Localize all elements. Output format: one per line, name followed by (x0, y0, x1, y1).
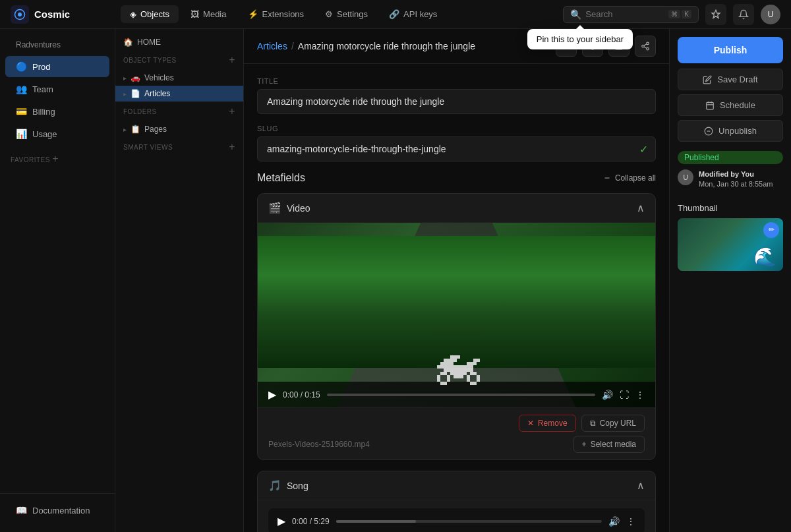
nav-tab-settings[interactable]: ⚙ Settings (316, 5, 377, 23)
objects-icon: ◈ (130, 9, 136, 19)
video-media-card: 🎬 Video ∧ 🏍 ▶ 0:00 (257, 193, 656, 460)
nav-tab-media[interactable]: 🖼 Media (181, 5, 235, 23)
audio-play-button[interactable]: ▶ (278, 515, 285, 527)
sidebar-item-team[interactable]: 👥 Team (5, 78, 109, 100)
video-select-media-button[interactable]: + Select media (573, 436, 645, 453)
left-panel: 🏠 HOME OBJECT TYPES + ▸ 🚗 Vehicles ▸ 📄 A… (115, 29, 244, 532)
editor-body: TITLE SLUG ✓ Metafields (244, 64, 669, 532)
docs-icon: 📖 (16, 505, 27, 516)
panel-item-articles[interactable]: ▸ 📄 Articles (115, 86, 243, 102)
home-icon: 🏠 (123, 38, 133, 47)
title-input[interactable] (257, 89, 656, 114)
pages-emoji-icon: 📋 (131, 125, 140, 134)
svg-point-4 (642, 45, 645, 47)
video-time-display: 0:00 / 0:15 (283, 390, 320, 399)
remove-icon: ✕ (527, 419, 534, 428)
billing-icon: 💳 (16, 106, 27, 117)
slug-field-group: SLUG ✓ (257, 125, 656, 162)
usage-icon: 📊 (16, 129, 27, 139)
search-shortcut: ⌘ K (668, 10, 691, 18)
song-media-card: 🎵 Song ∧ ▶ 0:00 / 5:29 🔊 (257, 471, 656, 532)
logo-icon (11, 5, 29, 24)
audio-time-display: 0:00 / 5:29 (292, 517, 330, 526)
slug-row: ✓ (257, 136, 656, 162)
add-smart-view-button[interactable]: + (229, 141, 235, 153)
audio-volume-button[interactable]: 🔊 (608, 516, 620, 527)
audio-progress-bar[interactable] (336, 520, 602, 523)
song-card-title: 🎵 Song (268, 479, 308, 492)
svg-point-3 (647, 42, 649, 45)
nav-tab-api-keys[interactable]: 🔗 API keys (380, 5, 446, 23)
nav-right: 🔍 ⌘ K U (552, 4, 791, 25)
video-fullscreen-button[interactable]: ⛶ (620, 390, 629, 400)
metafields-header: Metafields Collapse all (257, 172, 656, 184)
slug-input[interactable] (257, 136, 656, 162)
add-folder-button[interactable]: + (229, 105, 235, 117)
video-volume-button[interactable]: 🔊 (602, 390, 613, 400)
slug-label: SLUG (257, 125, 656, 133)
breadcrumb-current: Amazing motorcycle ride through the jung… (298, 41, 475, 51)
vehicles-emoji-icon: 🚗 (131, 73, 140, 82)
breadcrumb: Articles / Amazing motorcycle ride throu… (257, 41, 475, 51)
chevron-right-icon: ▸ (123, 126, 127, 133)
collapse-all-button[interactable]: Collapse all (603, 173, 656, 183)
thumbnail-edit-button[interactable]: ✏ (763, 222, 779, 238)
song-card-header: 🎵 Song ∧ (258, 471, 655, 500)
video-copy-url-button[interactable]: ⧉ Copy URL (581, 415, 645, 432)
panel-item-pages[interactable]: ▸ 📋 Pages (115, 121, 243, 137)
unpublish-button[interactable]: Unpublish (678, 120, 783, 142)
video-more-button[interactable]: ⋮ (635, 390, 645, 400)
add-object-type-button[interactable]: + (229, 54, 235, 66)
user-avatar[interactable]: U (761, 5, 780, 24)
video-card-title: 🎬 Video (268, 202, 310, 214)
video-play-button[interactable]: ▶ (268, 388, 276, 401)
share-button[interactable] (635, 36, 656, 57)
add-favorite-button[interactable]: + (52, 153, 59, 164)
nav-tab-extensions[interactable]: ⚡ Extensions (239, 5, 314, 23)
video-filename: Pexels-Videos-2519660.mp4 (268, 440, 370, 449)
nav-tab-objects[interactable]: ◈ Objects (121, 5, 179, 23)
save-draft-button[interactable]: Save Draft (678, 69, 783, 90)
video-remove-button[interactable]: ✕ Remove (519, 415, 576, 432)
home-link[interactable]: 🏠 HOME (115, 34, 243, 50)
svg-point-5 (647, 47, 649, 50)
plus-icon: + (582, 440, 587, 449)
notifications-button[interactable] (733, 4, 754, 25)
nav-tabs: ◈ Objects 🖼 Media ⚡ Extensions ⚙ Setting… (115, 5, 552, 23)
search-icon: 🔍 (570, 9, 581, 20)
chevron-right-icon: ▸ (123, 74, 127, 82)
main-layout: Radventures 🔵 Prod 👥 Team 💳 Billing 📊 Us… (0, 29, 791, 532)
top-navigation: Cosmic ◈ Objects 🖼 Media ⚡ Extensions ⚙ … (0, 0, 791, 29)
chevron-right-icon: ▸ (123, 90, 127, 98)
extensions-icon: ⚡ (248, 9, 258, 19)
search-box[interactable]: 🔍 ⌘ K (563, 6, 699, 23)
panel-item-vehicles[interactable]: ▸ 🚗 Vehicles (115, 70, 243, 86)
thumbnail-image: 🌊 ✏ (678, 218, 783, 271)
breadcrumb-parent[interactable]: Articles (257, 41, 287, 51)
content-area: 🏠 HOME OBJECT TYPES + ▸ 🚗 Vehicles ▸ 📄 A… (115, 29, 791, 532)
schedule-button[interactable]: Schedule (678, 94, 783, 116)
sidebar-item-usage[interactable]: 📊 Usage (5, 123, 109, 144)
audio-area: ▶ 0:00 / 5:29 🔊 ⋮ (258, 500, 655, 532)
video-card-icon: 🎬 (268, 202, 281, 214)
video-card-toggle[interactable]: ∧ (637, 202, 645, 214)
pin-sidebar-button[interactable] (705, 4, 726, 25)
video-placeholder: 🏍 ▶ 0:00 / 0:15 🔊 ⛶ ⋮ (258, 223, 655, 407)
video-card-header: 🎬 Video ∧ (258, 194, 655, 223)
svg-line-6 (644, 47, 647, 48)
modified-text: Modified by You Mon, Jan 30 at 8:55am (699, 169, 773, 190)
audio-more-button[interactable]: ⋮ (626, 516, 635, 527)
modified-info: U Modified by You Mon, Jan 30 at 8:55am (678, 169, 783, 190)
song-card-toggle[interactable]: ∧ (637, 479, 645, 492)
metafields-title: Metafields (257, 172, 305, 184)
search-input[interactable] (585, 9, 664, 19)
sidebar-workspace: Radventures (5, 35, 109, 55)
prod-icon: 🔵 (16, 61, 27, 72)
sidebar-item-prod[interactable]: 🔵 Prod (5, 56, 109, 77)
publish-button[interactable]: Publish (678, 37, 783, 63)
sidebar-item-documentation[interactable]: 📖 Documentation (5, 500, 109, 521)
sidebar-bottom: 📖 Documentation (0, 493, 115, 527)
media-icon: 🖼 (190, 9, 199, 19)
editor-main: Articles / Amazing motorcycle ride throu… (244, 29, 669, 532)
sidebar-item-billing[interactable]: 💳 Billing (5, 101, 109, 122)
